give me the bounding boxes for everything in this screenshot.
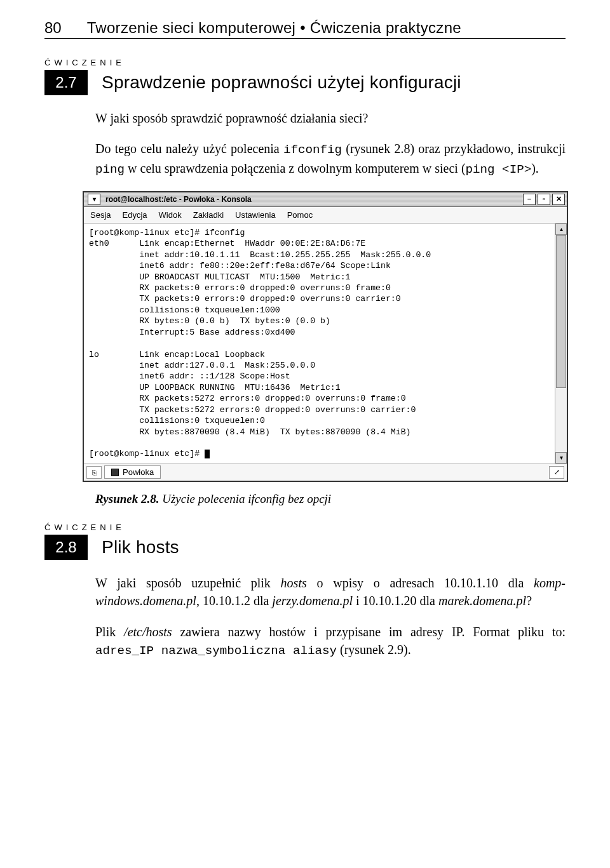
code-inline: ping <IP> — [466, 163, 532, 177]
text-run: W jaki sposób uzupełnić plik — [95, 576, 281, 590]
paragraph: Plik /etc/hosts zawiera nazwy hostów i p… — [95, 623, 566, 660]
text-run: , 10.10.1.2 dla — [196, 594, 272, 608]
terminal-line: RX packets:0 errors:0 dropped:0 overruns… — [89, 283, 391, 293]
terminal-line: [root@komp-linux etc]# — [89, 449, 205, 458]
exercise-heading: 2.7 Sprawdzenie poprawności użytej konfi… — [44, 70, 566, 95]
terminal-line: RX bytes:8870090 (8.4 MiB) TX bytes:8870… — [89, 427, 410, 437]
text-run: i 10.10.1.20 dla — [353, 594, 438, 608]
figure-caption: Rysunek 2.8. Użycie polecenia ifconfig b… — [95, 492, 566, 506]
window-title: root@localhost:/etc - Powłoka - Konsola — [104, 195, 253, 204]
scroll-thumb[interactable] — [556, 235, 566, 388]
menu-item[interactable]: Widok — [159, 210, 182, 220]
paragraph: W jaki sposób uzupełnić plik hosts o wpi… — [95, 574, 566, 610]
code-inline: ifconfig — [283, 143, 342, 157]
terminal-line: collisions:0 txqueuelen:1000 — [89, 305, 280, 315]
exercise-title: Sprawdzenie poprawności użytej konfigura… — [102, 72, 461, 93]
page-header: 80 Tworzenie sieci komputerowej • Ćwicze… — [44, 19, 566, 39]
menu-item[interactable]: Zakładki — [193, 210, 224, 220]
close-button[interactable]: ✕ — [552, 194, 565, 205]
terminal-line: inet addr:127.0.0.1 Mask:255.0.0.0 — [89, 361, 315, 370]
terminal-line: RX packets:5272 errors:0 dropped:0 overr… — [89, 394, 406, 403]
terminal-line: lo Link encap:Local Loopback — [89, 350, 265, 359]
page-number: 80 — [44, 19, 62, 37]
paragraph: Do tego celu należy użyć polecenia ifcon… — [95, 140, 566, 178]
text-run: (rysunek 2.9). — [337, 643, 411, 657]
caption-text: Użycie polecenia ifconfig bez opcji — [159, 492, 331, 505]
text-run: zawiera nazwy hostów i przypisane im adr… — [172, 625, 566, 639]
scrollbar[interactable]: ▴ ▾ — [555, 224, 567, 464]
terminal-line: Interrupt:5 Base address:0xd400 — [89, 328, 295, 337]
window-titlebar[interactable]: ▾ root@localhost:/etc - Powłoka - Konsol… — [84, 192, 567, 207]
italic-run: marek.domena.pl — [438, 594, 526, 608]
tab-label: Powłoka — [123, 467, 154, 477]
text-run: w celu sprawdzenia połączenia z dowolnym… — [125, 161, 465, 175]
terminal-line: inet6 addr: fe80::20e:2eff:fe8a:d67e/64 … — [89, 261, 391, 270]
terminal-output[interactable]: [root@komp-linux etc]# ifconfig eth0 Lin… — [84, 224, 555, 464]
scroll-track[interactable] — [555, 235, 567, 452]
text-run: ). — [531, 161, 539, 175]
figure: ▾ root@localhost:/etc - Powłoka - Konsol… — [83, 191, 566, 482]
terminal-line: [root@komp-linux etc]# ifconfig — [89, 228, 245, 237]
session-tab[interactable]: Powłoka — [104, 465, 161, 479]
terminal-line: UP LOOPBACK RUNNING MTU:16436 Metric:1 — [89, 383, 341, 392]
exercise-label: ĆWICZENIE — [44, 58, 566, 67]
exercise-heading: 2.8 Plik hosts — [44, 535, 566, 560]
paragraph: W jaki sposób sprawdzić poprawność dział… — [95, 109, 566, 127]
text-run: o wpisy o adresach 10.10.1.10 dla — [307, 576, 534, 590]
resize-grip-icon[interactable]: ⤢ — [549, 466, 564, 479]
menu-item[interactable]: Sesja — [90, 210, 111, 220]
code-inline: ping — [95, 163, 125, 177]
exercise-title: Plik hosts — [102, 537, 179, 558]
text-run: Plik — [95, 625, 124, 639]
terminal-line: eth0 Link encap:Ethernet HWaddr 00:0E:2E… — [89, 239, 365, 248]
exercise-number-badge: 2.7 — [44, 70, 88, 95]
menu-item[interactable]: Edycja — [123, 210, 147, 220]
caption-label: Rysunek 2.8. — [95, 492, 159, 505]
italic-run: /etc/hosts — [124, 625, 172, 639]
statusbar: ⎘ Powłoka ⤢ — [84, 464, 567, 481]
new-tab-icon[interactable]: ⎘ — [86, 466, 102, 479]
terminal-line: inet6 addr: ::1/128 Scope:Host — [89, 371, 290, 381]
menu-item[interactable]: Ustawienia — [235, 210, 276, 220]
scroll-down-button[interactable]: ▾ — [555, 452, 567, 464]
exercise-number-badge: 2.8 — [44, 535, 88, 560]
text-run: Do tego celu należy użyć polecenia — [95, 142, 283, 156]
exercise-label: ĆWICZENIE — [44, 523, 566, 532]
scroll-up-button[interactable]: ▴ — [555, 224, 567, 235]
code-inline: adres_IP nazwa_symboliczna aliasy — [95, 644, 337, 658]
window-menu-icon[interactable]: ▾ — [88, 194, 100, 205]
header-title: Tworzenie sieci komputerowej • Ćwiczenia… — [87, 19, 461, 37]
terminal-line: TX packets:5272 errors:0 dropped:0 overr… — [89, 405, 416, 415]
menubar: Sesja Edycja Widok Zakładki Ustawienia P… — [84, 207, 567, 224]
tab-icon — [111, 469, 119, 476]
italic-run: hosts — [281, 576, 307, 590]
terminal-line: collisions:0 txqueuelen:0 — [89, 416, 265, 425]
terminal-line: TX packets:0 errors:0 dropped:0 overruns… — [89, 294, 401, 304]
terminal-line: UP BROADCAST MULTICAST MTU:1500 Metric:1 — [89, 272, 351, 282]
menu-item[interactable]: Pomoc — [287, 210, 313, 220]
text-run: (rysunek 2.8) oraz przykładowo, instrukc… — [342, 142, 566, 156]
konsole-window: ▾ root@localhost:/etc - Powłoka - Konsol… — [83, 191, 568, 482]
italic-run: jerzy.domena.pl — [272, 594, 353, 608]
text-run: ? — [526, 594, 532, 608]
minimize-button[interactable]: – — [523, 194, 536, 205]
cursor-icon — [205, 450, 210, 458]
terminal-line: RX bytes:0 (0.0 b) TX bytes:0 (0.0 b) — [89, 316, 330, 326]
terminal-line: inet addr:10.10.1.11 Bcast:10.255.255.25… — [89, 250, 431, 260]
window-body: [root@komp-linux etc]# ifconfig eth0 Lin… — [84, 224, 567, 464]
maximize-button[interactable]: ▫ — [538, 194, 550, 205]
